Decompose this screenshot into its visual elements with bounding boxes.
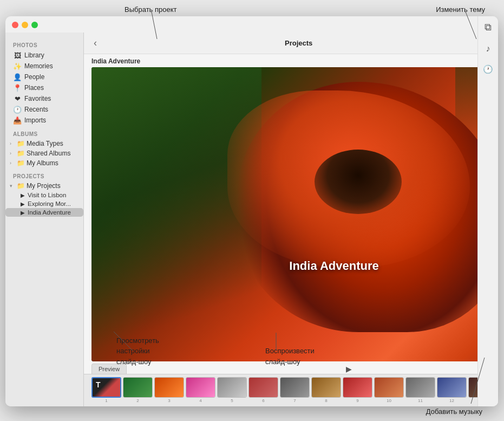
filmstrip-item-4[interactable]: 4 [186, 377, 215, 403]
filmstrip-thumb-3[interactable] [154, 377, 184, 398]
sidebar-group-media-types[interactable]: › 📁 Media Types [5, 139, 83, 148]
filmstrip-num-4: 4 [199, 398, 201, 403]
places-icon: 📍 [13, 83, 22, 92]
back-button[interactable]: ‹ [91, 37, 99, 49]
right-panel: ⧉ ♪ 🕐 [477, 16, 498, 406]
annotation-select-project: Выбрать проект [125, 5, 177, 14]
filmstrip-thumb-11[interactable] [405, 377, 435, 398]
sidebar-label-shared-albums: Shared Albums [27, 150, 70, 157]
slideshow-background [91, 67, 498, 361]
sidebar-label-exploring: Exploring Mor... [28, 200, 71, 207]
library-icon: 🖼 [13, 51, 22, 60]
recents-icon: 🕐 [13, 105, 22, 114]
memories-icon: ✨ [13, 62, 22, 70]
filmstrip-item-6[interactable]: 6 [248, 377, 278, 403]
sidebar-item-places[interactable]: 📍 Places [5, 82, 83, 93]
sidebar-label-places: Places [24, 84, 44, 92]
main-window: Photos 🖼 Library ✨ Memories 👤 People 📍 P… [5, 16, 498, 406]
filmstrip-num-3: 3 [168, 398, 170, 403]
favorites-icon: ❤ [13, 94, 22, 103]
filmstrip-thumb-10[interactable] [374, 377, 404, 398]
slideshow-icon-exploring: ▶ [21, 201, 25, 207]
sidebar-item-visit-lisbon[interactable]: ▶ Visit to Lisbon [5, 191, 83, 199]
sidebar-label-memories: Memories [24, 62, 53, 70]
filmstrip-thumb-1[interactable]: T [91, 377, 121, 398]
filmstrip-item-5[interactable]: 5 [217, 377, 247, 403]
sidebar-group-my-projects[interactable]: ▾ 📁 My Projects [5, 181, 83, 191]
close-button[interactable] [12, 22, 18, 28]
chevron-icon-albums: › [10, 160, 15, 166]
sidebar-label-people: People [24, 73, 44, 81]
sidebar-item-people[interactable]: 👤 People [5, 72, 83, 82]
filmstrip-thumb-5[interactable] [217, 377, 247, 398]
filmstrip-item-3[interactable]: 3 [154, 377, 184, 403]
chevron-icon-shared: › [10, 151, 15, 156]
filmstrip-num-10: 10 [387, 398, 391, 403]
filmstrip-item-2[interactable]: 2 [123, 377, 153, 403]
filmstrip-thumb-6[interactable] [248, 377, 278, 398]
sidebar-label-recents: Recents [24, 106, 48, 113]
sidebar-label-lisbon: Visit to Lisbon [28, 192, 66, 198]
time-icon[interactable]: 🕐 [483, 64, 493, 74]
sidebar-group-my-albums[interactable]: › 📁 My Albums [5, 158, 83, 168]
filmstrip-item-10[interactable]: 10 [374, 377, 404, 403]
sidebar-item-exploring[interactable]: ▶ Exploring Mor... [5, 199, 83, 208]
filmstrip-num-9: 9 [356, 398, 358, 403]
media-types-icon: 📁 [17, 140, 25, 147]
sidebar-label-imports: Imports [24, 116, 46, 124]
chevron-icon: › [10, 141, 15, 146]
sidebar-group-shared-albums[interactable]: › 📁 Shared Albums [5, 148, 83, 158]
slideshow-title: India Adventure [289, 259, 378, 273]
sidebar: Photos 🖼 Library ✨ Memories 👤 People 📍 P… [5, 33, 84, 406]
slideshow-icon-lisbon: ▶ [21, 192, 25, 198]
filmstrip-thumb-12[interactable] [437, 377, 467, 398]
filmstrip-item-8[interactable]: 8 [311, 377, 341, 403]
annotation-change-theme: Изменить тему [436, 5, 485, 14]
filmstrip-item-9[interactable]: 9 [343, 377, 372, 403]
sidebar-label-my-projects: My Projects [27, 182, 61, 190]
sidebar-label-india: India Adventure [28, 209, 71, 216]
preview-bar: Preview ▶ ↻ [84, 361, 498, 374]
people-icon: 👤 [13, 73, 22, 81]
filmstrip-thumb-8[interactable] [311, 377, 341, 398]
filmstrip-num-2: 2 [136, 398, 139, 403]
chevron-icon-projects: ▾ [10, 183, 15, 189]
sidebar-item-favorites[interactable]: ❤ Favorites [5, 93, 83, 104]
sidebar-label-my-albums: My Albums [27, 159, 58, 167]
my-albums-icon: 📁 [17, 159, 25, 167]
filmstrip-num-12: 12 [449, 398, 454, 403]
filmstrip-thumb-4[interactable] [186, 377, 215, 398]
maximize-button[interactable] [31, 22, 38, 28]
filmstrip-item-12[interactable]: 12 [437, 377, 467, 403]
sidebar-label-library: Library [24, 51, 44, 59]
project-header: India Adventure 44 slides · 2:38m [84, 54, 498, 67]
filmstrip-num-11: 11 [418, 398, 423, 403]
preview-tab[interactable]: Preview [91, 364, 127, 374]
sidebar-item-recents[interactable]: 🕐 Recents [5, 104, 83, 115]
annotation-add-music: Добавить музыку [426, 407, 482, 416]
slideshow-icon-india: ▶ [21, 210, 25, 216]
filmstrip-item-7[interactable]: 7 [280, 377, 310, 403]
filmstrip-num-7: 7 [293, 398, 296, 403]
layout-icon[interactable]: ⧉ [485, 22, 492, 33]
shared-albums-icon: 📁 [17, 150, 25, 157]
filmstrip-thumb-9[interactable] [343, 377, 372, 398]
sidebar-item-memories[interactable]: ✨ Memories [5, 61, 83, 72]
filmstrip-thumb-2[interactable] [123, 377, 153, 398]
filmstrip-num-8: 8 [325, 398, 327, 403]
filmstrip-thumb-7[interactable] [280, 377, 310, 398]
minimize-button[interactable] [22, 22, 28, 28]
project-title: India Adventure [91, 57, 140, 65]
sidebar-section-albums: Albums [5, 126, 83, 139]
sidebar-item-india[interactable]: ▶ India Adventure [5, 208, 83, 217]
filmstrip-item-11[interactable]: 11 [405, 377, 435, 403]
sidebar-item-library[interactable]: 🖼 Library [5, 50, 83, 61]
sidebar-label-favorites: Favorites [24, 95, 51, 102]
filmstrip-item-1[interactable]: T1 [91, 377, 121, 403]
filmstrip-num-5: 5 [231, 398, 233, 403]
music-icon[interactable]: ♪ [486, 44, 490, 54]
toolbar: ‹ Projects Export 🔍 [84, 33, 498, 54]
sidebar-item-imports[interactable]: 📥 Imports [5, 115, 83, 126]
play-button[interactable]: ▶ [346, 365, 352, 373]
main-layout: Photos 🖼 Library ✨ Memories 👤 People 📍 P… [5, 33, 498, 406]
